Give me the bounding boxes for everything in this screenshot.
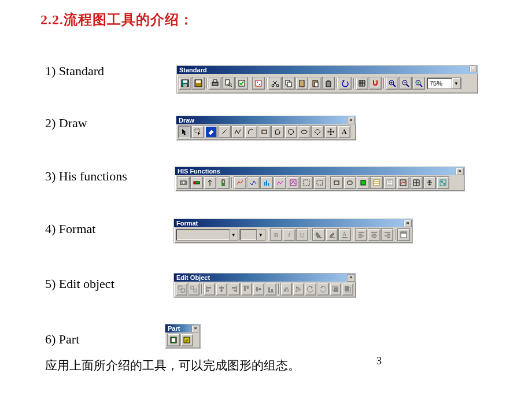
snap-button[interactable] [369, 77, 382, 90]
text-color-button[interactable]: A [338, 228, 351, 241]
rotate-l-button[interactable] [305, 283, 316, 295]
chevron-down-icon[interactable]: ▼ [452, 77, 461, 89]
diamond-button[interactable] [311, 125, 324, 138]
align-r-button[interactable] [228, 283, 239, 295]
align-b-icon [267, 285, 275, 293]
align-center-button[interactable] [368, 228, 380, 241]
flip-v-button[interactable] [293, 283, 304, 295]
align-m-button[interactable] [253, 283, 264, 295]
chevron-down-icon[interactable]: ▼ [229, 230, 238, 240]
undo-button[interactable] [339, 77, 352, 90]
arc-button[interactable] [245, 125, 257, 138]
move-button[interactable] [324, 125, 337, 138]
marker-icon [206, 179, 214, 187]
cut-button[interactable] [269, 77, 282, 90]
delete-button[interactable] [322, 77, 335, 90]
text-color-icon: A [341, 231, 349, 239]
ellipse-button[interactable] [285, 125, 297, 138]
trend3-button[interactable] [260, 176, 273, 189]
button-rect-button[interactable] [330, 176, 343, 189]
indicator-button[interactable] [357, 176, 370, 189]
align-left-button[interactable] [355, 228, 368, 241]
rotate-r-button[interactable] [317, 283, 328, 295]
close-icon[interactable]: × [470, 65, 476, 72]
zoom-out-button[interactable] [399, 77, 412, 90]
toolbar-title-label: Standard [179, 66, 207, 73]
part-edit-button[interactable] [180, 334, 193, 346]
list1-button[interactable] [370, 176, 383, 189]
flip-h-button[interactable] [280, 283, 292, 295]
print-button[interactable] [209, 77, 221, 90]
fill-button[interactable] [312, 228, 325, 241]
toolbar-title-label: Edit Object [176, 274, 210, 281]
close-icon[interactable]: × [404, 220, 412, 227]
font-combo[interactable]: ▼ [176, 229, 238, 241]
grid-button[interactable] [356, 77, 368, 90]
svg-rect-11 [256, 80, 261, 86]
align-r-icon [230, 285, 238, 293]
marker-button[interactable] [204, 176, 216, 189]
properties-button[interactable] [252, 77, 265, 90]
close-icon[interactable]: × [347, 117, 355, 124]
align-t-button[interactable] [241, 283, 252, 295]
save-button[interactable] [179, 77, 191, 90]
align-right-button[interactable] [381, 228, 394, 241]
print-preview-button[interactable] [222, 77, 235, 90]
grid2-button[interactable] [410, 176, 423, 189]
symbol-button[interactable] [423, 176, 436, 189]
chevron-down-icon[interactable]: ▼ [256, 230, 265, 240]
part-insert-button[interactable] [167, 334, 180, 346]
align-l-button[interactable] [204, 283, 215, 295]
button-oval-button[interactable] [343, 176, 356, 189]
copy-button[interactable] [282, 77, 295, 90]
line-color-button[interactable] [326, 228, 338, 241]
check-button[interactable] [235, 77, 248, 90]
size-combo[interactable]: ▼ [239, 229, 265, 241]
chart-button[interactable] [397, 176, 409, 189]
trend2-button[interactable] [247, 176, 260, 189]
save-icon [181, 79, 189, 87]
underline-button[interactable]: U [296, 228, 309, 241]
line-button[interactable] [218, 125, 231, 138]
text-button[interactable]: A [338, 125, 350, 138]
back-button[interactable] [342, 283, 353, 295]
svg-rect-96 [178, 286, 185, 293]
bold-button[interactable]: B [270, 228, 283, 241]
ungroup-button[interactable] [188, 283, 200, 295]
level-button[interactable] [217, 176, 230, 189]
faceplate-button[interactable] [287, 176, 300, 189]
zoom-in-button[interactable] [386, 77, 398, 90]
eraser-button[interactable] [205, 125, 217, 138]
svg-point-13 [259, 84, 260, 85]
zoom-all-button[interactable] [412, 77, 425, 90]
list2-button[interactable] [383, 176, 396, 189]
polygon-button[interactable] [271, 125, 284, 138]
rectangle-button[interactable] [258, 125, 271, 138]
trend1-button[interactable] [234, 176, 246, 189]
align-c-button[interactable] [216, 283, 227, 295]
paste-button[interactable] [295, 77, 308, 90]
group-button[interactable] [176, 283, 187, 295]
oval-button[interactable] [298, 125, 311, 138]
align-b-button[interactable] [265, 283, 276, 295]
props-button[interactable] [397, 228, 410, 241]
toolbar-title-label: Draw [179, 117, 194, 124]
pointer-button[interactable] [178, 125, 191, 138]
polyline-button[interactable] [231, 125, 244, 138]
front-button[interactable] [330, 283, 341, 295]
data-bar-button[interactable] [190, 176, 203, 189]
svg-rect-1 [183, 80, 187, 83]
trend4-button[interactable] [274, 176, 286, 189]
area-select-button[interactable] [191, 125, 204, 138]
paste-attr-button[interactable] [309, 77, 322, 90]
rect-tool-button[interactable] [300, 176, 313, 189]
window-button[interactable] [313, 176, 326, 189]
close-icon[interactable]: × [347, 274, 355, 282]
close-icon[interactable]: × [191, 325, 200, 332]
zoom-combo[interactable]: 75% ▼ [427, 77, 461, 89]
save-partial-button[interactable] [192, 77, 205, 90]
data-display-button[interactable]: 0.0 [177, 176, 190, 189]
link-button[interactable] [437, 176, 449, 189]
close-icon[interactable]: × [456, 168, 464, 175]
italic-button[interactable]: I [283, 228, 295, 241]
